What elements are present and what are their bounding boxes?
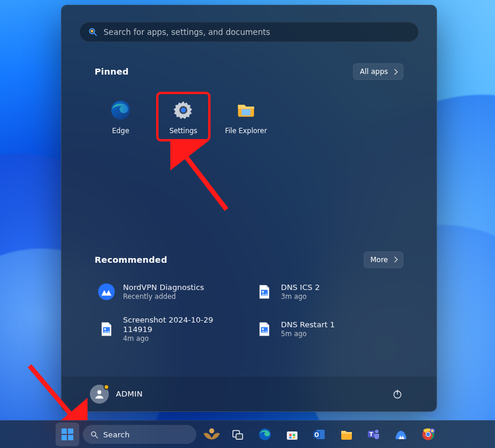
taskbar: Search [0,420,495,448]
edge-icon [258,427,272,441]
nordvpn-icon [97,282,116,301]
file-explorer-icon [339,427,354,441]
more-button[interactable]: More [364,252,403,268]
search-box[interactable] [79,22,419,42]
pinned-tile-edge[interactable]: Edge [95,93,147,140]
pinned-tile-settings[interactable]: Settings [157,93,209,140]
outlook-icon [312,427,326,441]
svg-point-13 [262,328,264,330]
recommended-title: DNS ICS 2 [281,283,320,292]
image-file-icon [97,320,116,339]
windows-icon [60,427,75,441]
settings-icon [172,98,195,122]
svg-rect-26 [236,434,242,439]
user-name-label: ADMIN [116,389,143,398]
recommended-title: DNS Restart 1 [281,320,335,330]
svg-point-9 [262,291,264,292]
tile-label: File Explorer [225,127,267,135]
svg-point-43 [431,430,433,432]
status-badge-icon [103,384,109,390]
svg-rect-30 [293,434,295,436]
taskbar-app-teams[interactable]: T [362,423,386,446]
edge-icon [109,98,132,122]
taskbar-app-store[interactable] [280,423,304,446]
chevron-right-icon [392,257,398,263]
recommended-subtitle: 4m ago [123,334,243,343]
start-menu: Pinned All apps [61,5,437,412]
recommended-item[interactable]: DNS ICS 2 3m ago [253,281,403,302]
svg-point-41 [426,433,429,436]
recommended-item[interactable]: DNS Restart 1 5m ago [253,314,403,344]
recommended-title: NordVPN Diagnostics [123,283,204,292]
svg-rect-29 [289,434,292,436]
recommended-grid: NordVPN Diagnostics Recently added DNS I… [95,281,403,344]
svg-point-5 [181,108,186,112]
taskbar-emblem[interactable] [201,425,222,444]
recommended-subtitle: 3m ago [281,292,320,301]
pinned-grid: Edge Settings [95,93,403,140]
pinned-tile-file-explorer[interactable]: File Explorer [220,93,272,140]
recommended-item[interactable]: Screenshot 2024-10-29 114919 4m ago [95,314,245,344]
svg-rect-28 [287,431,297,440]
svg-rect-22 [68,435,73,440]
task-view-button[interactable] [226,423,250,446]
recommended-subtitle: Recently added [123,292,204,301]
recommended-subtitle: 5m ago [281,330,335,338]
recommended-item[interactable]: NordVPN Diagnostics Recently added [95,281,245,302]
all-apps-button[interactable]: All apps [353,63,403,80]
svg-point-1 [90,30,93,33]
taskbar-app-edge[interactable] [253,423,277,446]
tile-label: Edge [112,127,130,135]
more-label: More [370,256,388,264]
search-input[interactable] [103,27,410,37]
svg-point-11 [104,328,106,330]
chrome-icon [421,427,435,441]
svg-rect-20 [68,428,73,434]
pinned-section: Pinned All apps [62,42,436,140]
svg-point-7 [98,283,115,300]
svg-point-14 [98,390,102,394]
start-button[interactable] [56,423,79,446]
search-container [62,5,436,42]
user-account-button[interactable]: ADMIN [90,385,143,404]
taskbar-search-label: Search [103,430,130,439]
power-button[interactable] [387,383,408,405]
svg-point-38 [375,430,378,433]
taskbar-app-chrome[interactable] [416,423,440,446]
taskview-icon [231,428,244,441]
file-explorer-icon [234,98,258,122]
svg-rect-31 [289,437,292,439]
eagle-emblem-icon [202,426,222,443]
store-icon [285,427,299,441]
search-icon [90,430,99,439]
svg-rect-21 [62,435,67,440]
image-file-icon [255,320,274,339]
power-icon [392,389,403,399]
taskbar-app-explorer[interactable] [335,423,358,446]
recommended-section: Recommended More NordVPN Diagnostics Rec… [62,157,436,360]
tile-label: Settings [169,127,197,135]
chevron-right-icon [392,69,398,75]
nordvpn-icon [394,427,408,441]
pinned-heading: Pinned [95,67,129,76]
recommended-title: Screenshot 2024-10-29 114919 [123,315,243,335]
svg-rect-19 [62,428,67,434]
svg-rect-6 [242,109,251,116]
svg-line-24 [95,436,98,438]
teams-icon: T [367,427,381,441]
image-file-icon [255,282,274,301]
taskbar-app-outlook[interactable] [308,423,331,446]
recommended-heading: Recommended [95,255,167,265]
all-apps-label: All apps [360,67,388,76]
svg-line-2 [94,33,96,36]
svg-rect-32 [293,437,295,439]
taskbar-app-nordvpn[interactable] [389,423,413,446]
svg-text:T: T [369,431,373,437]
avatar [90,385,109,404]
taskbar-search[interactable]: Search [83,425,196,444]
svg-point-23 [91,431,96,436]
search-icon [88,27,98,37]
start-footer: ADMIN [62,376,436,411]
